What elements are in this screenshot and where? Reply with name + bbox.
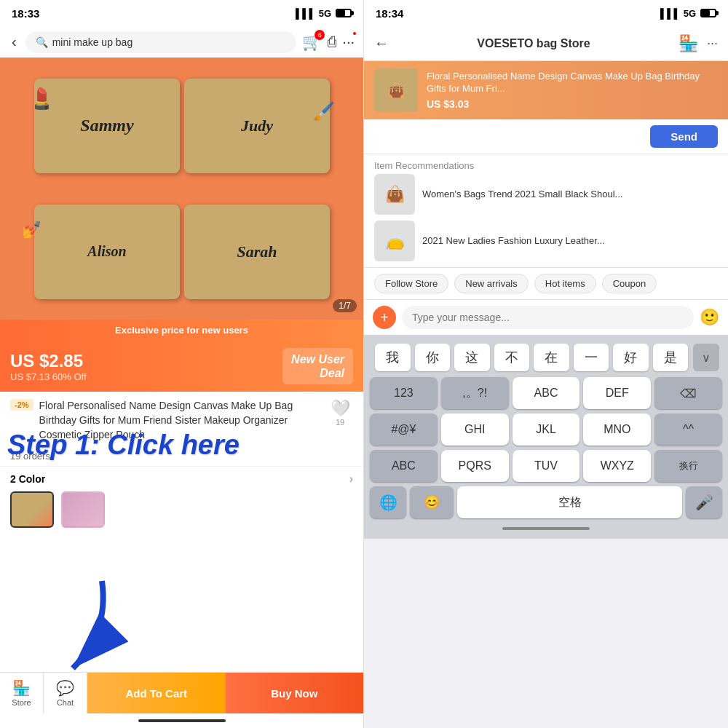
bag-judy: Judy [184,79,330,173]
network-left: 5G [319,8,331,19]
color-swatch-2[interactable] [61,491,105,528]
emoji-button[interactable]: 🙂 [700,308,719,327]
bag-sarah: Sarah [184,205,330,299]
store-label: Store [12,698,31,707]
preview-title: Floral Personalised Name Design Canvas M… [427,71,718,95]
home-bar-right [502,527,590,530]
globe-button[interactable]: 🌐 [370,486,406,518]
time-right: 18:34 [376,7,403,20]
quick-chip-hotitems[interactable]: Hot items [534,274,596,293]
kb-row-1: 123 ,。?! ABC DEF ⌫ [370,377,722,409]
preview-bag-icon: 👜 [387,82,405,99]
preview-product-image: 👜 [374,68,418,112]
left-panel: 18:33 ▌▌▌ 5G ‹ 🔍 mini make up bag 🛒 6 ⎙ … [0,0,364,728]
quick-chip-follow[interactable]: Follow Store [374,274,448,293]
arrow-annotation-left [44,574,131,678]
reco-img-1: 👜 [374,174,415,215]
expand-suggestions-button[interactable]: ∨ [693,344,719,371]
quick-chip-coupon[interactable]: Coupon [602,274,657,293]
message-input[interactable] [402,306,694,329]
suggestion-我[interactable]: 我 [375,344,411,371]
makeup-deco-1: 💄 [29,87,55,111]
reco-items: 👜 Women's Bags Trend 2021 Small Black Sh… [364,174,728,267]
chat-product-preview[interactable]: 👜 Floral Personalised Name Design Canvas… [364,61,728,119]
back-button-right[interactable]: ← [374,35,389,52]
preview-details: Floral Personalised Name Design Canvas M… [427,71,718,110]
cart-button[interactable]: 🛒 6 [302,33,322,52]
more-icon-right[interactable]: ··· [707,36,718,51]
home-indicator-left [0,713,363,728]
signal-bars-right: ▌▌▌ [660,8,681,19]
suggestion-一[interactable]: 一 [574,344,609,371]
suggestion-不[interactable]: 不 [494,344,530,371]
color-label: 2 Color › [10,472,353,486]
key-enter[interactable]: 换行 [654,450,722,482]
more-button[interactable]: ··· [342,33,355,50]
buy-now-button[interactable]: Buy Now [226,673,364,713]
store-icon-right[interactable]: 🏪 [678,34,698,53]
store-button[interactable]: 🏪 Store [0,673,44,713]
bottom-bar: 🏪 Store 💬 Chat Add To Cart Buy Now [0,672,363,728]
key-mno[interactable]: MNO [583,414,651,446]
color-section: 2 Color › [0,466,363,534]
chat-button[interactable]: 💬 Chat [44,673,87,713]
emoji-keyboard-button[interactable]: 😊 [410,486,454,518]
key-123[interactable]: 123 [370,377,438,409]
chevron-right-icon[interactable]: › [349,472,353,486]
back-button-left[interactable]: ‹ [9,31,20,53]
bag-alison: Alison [34,205,180,299]
key-jkl[interactable]: JKL [513,414,580,446]
more-dot-indicator [353,32,356,35]
quick-chip-newarrivals[interactable]: New arrivals [454,274,529,293]
color-count: 2 Color [10,473,45,485]
bag-sammy: Sammy [34,79,180,173]
quick-replies: Follow Store New arrivals Hot items Coup… [364,267,728,299]
new-user-deal: New UserDeal [282,348,353,384]
current-price: US $2.85 [10,351,87,371]
heart-button[interactable]: 🤍 19 [327,399,353,427]
status-icons-left: ▌▌▌ 5G [296,8,352,19]
send-area: Send [364,119,728,154]
share-button[interactable]: ⎙ [328,33,336,50]
makeup-deco-3: 💅 [22,221,41,240]
key-tuv[interactable]: TUV [513,450,580,482]
suggestion-好[interactable]: 好 [613,344,649,371]
key-ghi[interactable]: GHI [441,414,509,446]
reco-title-1: Women's Bags Trend 2021 Small Black Shou… [422,189,622,201]
suggestion-是[interactable]: 是 [653,344,689,371]
color-swatches [10,491,353,528]
suggestion-这[interactable]: 这 [454,344,490,371]
key-abc-caps[interactable]: ABC [370,450,438,482]
mic-button[interactable]: 🎤 [686,486,722,518]
battery-right [700,9,716,17]
suggestion-在[interactable]: 在 [534,344,569,371]
key-abc[interactable]: ABC [513,377,580,409]
color-swatch-1[interactable] [10,491,54,528]
search-bar-container: ‹ 🔍 mini make up bag 🛒 6 ⎙ ··· [0,26,363,58]
heart-count: 19 [336,418,344,427]
plus-button[interactable]: + [373,306,396,329]
key-backspace[interactable]: ⌫ [654,377,722,409]
search-box[interactable]: 🔍 mini make up bag [25,31,297,53]
add-to-cart-button[interactable]: Add To Cart [87,673,226,713]
key-special[interactable]: #@¥ [370,414,438,446]
message-input-area: + 🙂 [364,299,728,335]
battery-left [336,9,352,17]
reco-item-2[interactable]: 👝 2021 New Ladies Fashion Luxury Leather… [374,221,718,261]
send-button[interactable]: Send [650,125,718,148]
reco-item-1[interactable]: 👜 Women's Bags Trend 2021 Small Black Sh… [374,174,718,215]
key-punct[interactable]: ,。?! [441,377,509,409]
product-title: Floral Personalised Name Design Canvas M… [39,399,321,442]
chat-label: Chat [57,698,74,707]
key-caret[interactable]: ^^ [654,414,722,446]
key-def[interactable]: DEF [583,377,651,409]
signal-bars-left: ▌▌▌ [296,8,316,19]
key-wxyz[interactable]: WXYZ [583,450,651,482]
status-bar-left: 18:33 ▌▌▌ 5G [0,0,363,26]
suggestion-你[interactable]: 你 [415,344,451,371]
status-icons-right: ▌▌▌ 5G [660,8,716,19]
store-icon: 🏪 [12,679,31,697]
product-image-area[interactable]: Sammy Judy 💄 🖌️ 💅 Alison Sarah 1/7 [0,58,364,320]
space-key[interactable]: 空格 [457,486,682,518]
key-pqrs[interactable]: PQRS [441,450,509,482]
